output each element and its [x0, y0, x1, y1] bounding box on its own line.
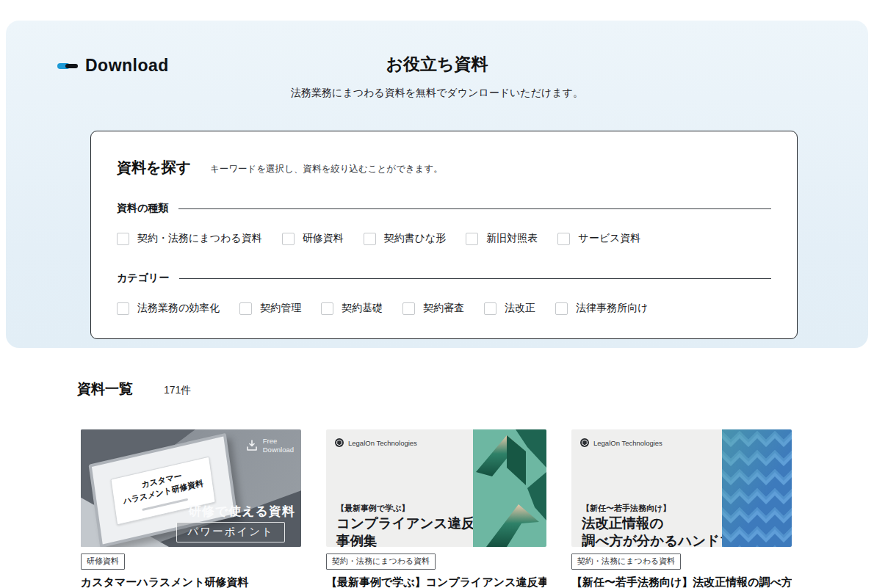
free-download-badge: Free Download	[246, 437, 294, 454]
filter-option[interactable]: 契約・法務にまつわる資料	[117, 232, 262, 245]
hero-panel: Download お役立ち資料 法務業務にまつわる資料を無料でダウンロードいただ…	[6, 21, 868, 348]
thumb-heading: コンプライアンス違反 事例集	[336, 515, 474, 547]
blue-chevron-art	[722, 429, 792, 547]
card-thumbnail: LegalOn Technologies 【新任〜若手法務向け】 法改正情報の …	[571, 429, 792, 547]
download-label: Download	[263, 446, 294, 454]
card-thumbnail: LegalOn Technologies 【最新事例で学ぶ】 コンプライアンス違…	[326, 429, 546, 547]
filter-option-label: 契約管理	[260, 302, 301, 315]
resource-card-grid: カスタマー ハラスメント研修資料 Free Download 研修で使	[81, 429, 792, 588]
card-title[interactable]: 【最新事例で学ぶ】コンプライアンス違反事例集	[326, 576, 546, 588]
thumb-kicker: 【最新事例で学ぶ】	[336, 503, 410, 514]
list-count: 171件	[164, 384, 191, 397]
filter-option[interactable]: 新旧対照表	[466, 232, 538, 245]
filter-option[interactable]: 法改正	[484, 302, 535, 315]
green-abstract-art	[473, 429, 546, 547]
checkbox-icon[interactable]	[402, 302, 415, 315]
filter-option-label: 契約審査	[423, 302, 464, 315]
filter-note: キーワードを選択し、資料を絞り込むことができます。	[210, 160, 443, 175]
free-label: Free	[263, 437, 294, 446]
filter-option[interactable]: サービス資料	[557, 232, 640, 245]
filter-option-label: 研修資料	[303, 232, 344, 245]
card-tag: 契約・法務にまつわる資料	[571, 553, 681, 570]
filter-option[interactable]: 法務業務の効率化	[117, 302, 220, 315]
filter-option-label: 法改正	[505, 302, 535, 315]
filter-option-label: 契約基礎	[342, 302, 383, 315]
page-title: お役立ち資料	[6, 53, 868, 76]
checkbox-icon[interactable]	[364, 233, 376, 245]
filter-option[interactable]: 契約基礎	[321, 302, 383, 315]
resource-card[interactable]: LegalOn Technologies 【最新事例で学ぶ】 コンプライアンス違…	[326, 429, 546, 588]
filter-option-label: サービス資料	[578, 232, 640, 245]
card-thumbnail: カスタマー ハラスメント研修資料 Free Download 研修で使	[81, 429, 301, 547]
filter-option-label: 契約書ひな形	[384, 232, 447, 245]
divider	[178, 208, 771, 209]
filter-option-label: 契約・法務にまつわる資料	[137, 232, 262, 245]
filter-option[interactable]: 研修資料	[282, 232, 344, 245]
resource-card[interactable]: カスタマー ハラスメント研修資料 Free Download 研修で使	[81, 429, 301, 588]
divider	[179, 278, 771, 279]
section-label-doc-type: 資料の種類	[117, 202, 168, 215]
filter-heading: 資料を探す	[117, 158, 191, 178]
checkbox-icon[interactable]	[484, 302, 496, 315]
powerpoint-badge: パワーポイント	[176, 522, 285, 542]
brand-text: LegalOn Technologies	[348, 439, 417, 447]
checkbox-icon[interactable]	[117, 302, 129, 315]
download-page: Download お役立ち資料 法務業務にまつわる資料を無料でダウンロードいただ…	[0, 0, 874, 588]
filter-option-label: 法律事務所向け	[576, 302, 648, 315]
checkbox-icon[interactable]	[466, 233, 478, 245]
filter-option[interactable]: 法律事務所向け	[555, 302, 648, 315]
checkbox-icon[interactable]	[117, 233, 129, 245]
brand-row: LegalOn Technologies	[335, 438, 417, 447]
thumb-kicker: 【新任〜若手法務向け】	[582, 503, 671, 514]
checkbox-icon[interactable]	[239, 302, 252, 315]
download-tray-icon	[246, 440, 258, 451]
card-tag: 契約・法務にまつわる資料	[326, 553, 436, 570]
list-heading: 資料一覧	[77, 380, 133, 399]
brand-row: LegalOn Technologies	[580, 438, 662, 447]
brand-text: LegalOn Technologies	[593, 439, 662, 447]
card-tag: 研修資料	[81, 553, 125, 570]
checkbox-icon[interactable]	[557, 233, 570, 245]
filter-option[interactable]: 契約書ひな形	[364, 232, 447, 245]
checkbox-icon[interactable]	[321, 302, 333, 315]
filter-option[interactable]: 契約審査	[402, 302, 464, 315]
category-options: 法務業務の効率化 契約管理 契約基礎 契約審査 法改正	[117, 302, 771, 315]
card-title[interactable]: カスタマーハラスメント研修資料	[81, 576, 301, 588]
filter-option[interactable]: 契約管理	[239, 302, 301, 315]
legalon-logo-icon	[335, 438, 344, 447]
filter-option-label: 新旧対照表	[486, 232, 538, 245]
page-subtitle: 法務業務にまつわる資料を無料でダウンロードいただけます。	[6, 87, 868, 100]
section-label-category: カテゴリー	[117, 272, 169, 285]
resource-card[interactable]: LegalOn Technologies 【新任〜若手法務向け】 法改正情報の …	[571, 429, 792, 588]
thumb-caption: 研修で使える資料	[189, 503, 295, 520]
legalon-logo-icon	[580, 438, 589, 447]
card-title[interactable]: 【新任〜若手法務向け】法改正情報の調べ方が分	[571, 576, 792, 588]
checkbox-icon[interactable]	[555, 302, 568, 315]
checkbox-icon[interactable]	[282, 233, 295, 245]
doc-type-options: 契約・法務にまつわる資料 研修資料 契約書ひな形 新旧対照表 サービス資料	[117, 232, 771, 245]
filter-card: 資料を探す キーワードを選択し、資料を絞り込むことができます。 資料の種類 契約…	[90, 131, 798, 339]
filter-option-label: 法務業務の効率化	[137, 302, 220, 315]
